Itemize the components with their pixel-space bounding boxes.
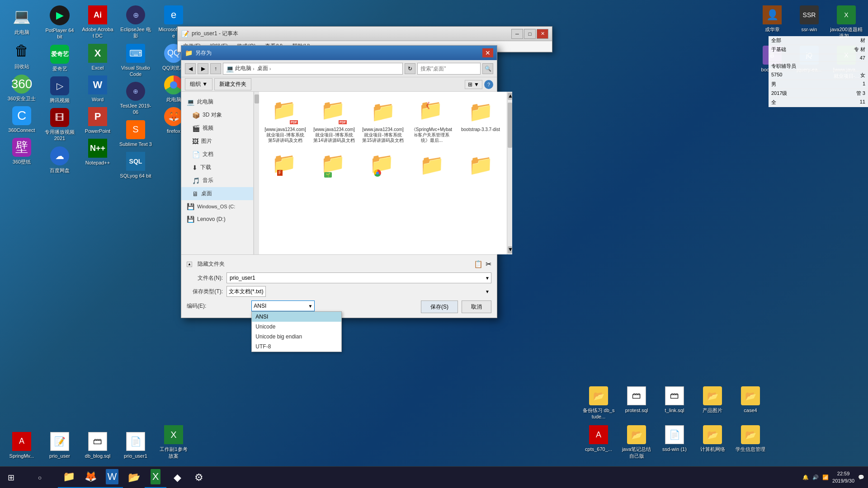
sidebar-item-3d[interactable]: 📦 3D 对象 xyxy=(181,108,253,122)
desktop-icon-cpts[interactable]: A cpts_670_... xyxy=(580,423,617,461)
file-item-10[interactable]: 📁 xyxy=(458,149,503,182)
files-scroll-down[interactable]: ▼ xyxy=(508,246,512,253)
encoding-option-unicode[interactable]: Unicode xyxy=(252,322,341,332)
files-scroll-up[interactable]: ▲ xyxy=(508,93,512,100)
files-scroll-thumb[interactable] xyxy=(508,103,512,148)
desktop-icon-protest[interactable]: 🗃 protest.sql xyxy=(618,385,655,422)
sidebar-scroll-thumb[interactable] xyxy=(255,94,259,103)
taskbar-datetime[interactable]: 22:59 2019/9/30 xyxy=(832,470,854,484)
desktop-icon-ssr[interactable]: SSR ssr-win xyxy=(791,4,827,41)
notepad-window-controls[interactable]: ─ □ ✕ xyxy=(511,29,548,39)
taskbar-notification-icon[interactable]: 🔔 xyxy=(802,474,809,480)
desktop-icon-acrobat[interactable]: Ai Adobe Acrobat DC xyxy=(80,4,116,41)
sidebar-item-downloads[interactable]: ⬇ 下载 xyxy=(181,161,253,174)
help-button[interactable]: ? xyxy=(484,80,493,89)
file-item-5[interactable]: 📁 bootstrap-3.3.7-dist xyxy=(458,95,503,145)
filetype-select[interactable]: 文本文档(*.txt) xyxy=(226,286,266,297)
encoding-option-unicode-big[interactable]: Unicode big endian xyxy=(252,332,341,342)
cancel-button[interactable]: 取消 xyxy=(462,300,491,313)
desktop-icon-backup[interactable]: 📂 备份练习 db_stude... xyxy=(580,385,617,422)
desktop-icon-ssd-win[interactable]: 📄 ssd-win (1) xyxy=(656,423,693,461)
desktop-icon-iqiyi[interactable]: 爱奇艺 爱奇艺 xyxy=(42,43,78,74)
desktop-icon-tencent-video[interactable]: ▷ 腾讯视频 xyxy=(42,75,78,105)
view-button[interactable]: ⊞ ▼ xyxy=(465,80,482,89)
sidebar-item-computer[interactable]: 💻 此电脑 xyxy=(181,95,253,108)
organize-button[interactable]: 组织 ▼ xyxy=(185,78,212,90)
desktop-icon-springmv[interactable]: A SpringMv... xyxy=(4,430,40,461)
file-item-9[interactable]: 📁 xyxy=(409,149,454,182)
taskbar-volume-icon[interactable]: 🔊 xyxy=(812,474,819,480)
file-item-2[interactable]: 📁 PDF [www.java1234.com]就业项目-博客系统第14讲讲源码… xyxy=(311,95,357,145)
taskbar-icon-excel[interactable]: X xyxy=(145,467,166,488)
files-scrollbar[interactable]: ▲ ▼ xyxy=(507,92,512,254)
file-item-3[interactable]: 📁 [www.java1234.com]就业项目-博客系统第15讲讲源码及文档 xyxy=(360,95,406,145)
filename-input[interactable] xyxy=(226,272,491,283)
breadcrumb-desktop[interactable]: 桌面 › xyxy=(257,65,271,72)
sidebar-item-desktop[interactable]: 🖥 桌面 xyxy=(181,187,253,200)
desktop-icon-prio-user[interactable]: 📝 prio_user xyxy=(42,430,78,461)
desktop-icon-java-notes[interactable]: 📂 java笔记总结 自己版 xyxy=(618,423,655,461)
desktop-icon-recycle[interactable]: 🗑 回收站 xyxy=(4,38,40,71)
taskbar-icon-explorer[interactable]: 📁 xyxy=(58,467,80,488)
desktop-icon-work-file[interactable]: X 工作副1参考 故案 xyxy=(156,423,192,461)
desktop-icon-baidu-pan[interactable]: ☁ 百度网盘 xyxy=(42,145,78,175)
hide-folder-icon[interactable]: ▲ xyxy=(187,262,192,267)
sidebar-item-video[interactable]: 🎬 视频 xyxy=(181,122,253,135)
encoding-option-utf8[interactable]: UTF-8 xyxy=(252,342,341,352)
new-folder-button[interactable]: 新建文件夹 xyxy=(214,78,251,90)
sidebar-item-windows-os[interactable]: 💾 Windows_OS (C: xyxy=(181,200,253,213)
desktop-icon-db-blog[interactable]: 🗃 db_blog.sql xyxy=(80,430,116,461)
sidebar-item-music[interactable]: 🎵 音乐 xyxy=(181,174,253,187)
taskbar-start-button[interactable]: ⊞ xyxy=(0,467,22,488)
desktop-icon-word[interactable]: W Word xyxy=(80,74,116,104)
breadcrumb-computer[interactable]: 💻 此电脑 › xyxy=(226,65,255,72)
desktop-icon-java200[interactable]: X java200道题精选加... xyxy=(828,4,864,41)
taskbar-icon-firefox[interactable]: 🦊 xyxy=(80,467,101,488)
desktop-icon-360wallpaper[interactable]: 壁 360壁纸 xyxy=(4,136,40,167)
sidebar-item-lenovo[interactable]: 💾 Lenovo (D:) xyxy=(181,213,253,225)
dialog-refresh-button[interactable]: ↻ xyxy=(405,63,415,74)
file-item-4[interactable]: 📁 《 《SpringMvc+Mybatis客户关系管理系统》最后... xyxy=(409,95,454,145)
taskbar-icon-app1[interactable]: ◆ xyxy=(166,467,188,488)
taskbar-network-icon[interactable]: 📶 xyxy=(822,474,829,480)
dialog-address-bar[interactable]: 💻 此电脑 › 桌面 › xyxy=(223,63,403,75)
file-item-7[interactable]: 📁 🌱 xyxy=(311,149,357,182)
desktop-icon-eclipse-jee[interactable]: ⊕ EclipseJee 电影 xyxy=(118,4,154,41)
taskbar-action-center[interactable]: 💬 xyxy=(858,474,864,480)
notepad-minimize-btn[interactable]: ─ xyxy=(511,29,523,39)
taskbar-icon-file[interactable]: 📂 xyxy=(123,467,145,488)
clipboard-icon[interactable]: 📋 xyxy=(474,260,483,268)
desktop-icon-products[interactable]: 📂 产品图片 xyxy=(694,385,731,422)
sidebar-scrollbar[interactable] xyxy=(254,92,259,254)
cut-icon[interactable]: ✂ xyxy=(486,260,491,268)
desktop-icon-360connect[interactable]: C 360Connect xyxy=(4,104,40,135)
desktop-icon-computer[interactable]: 💻 此电脑 xyxy=(4,4,40,37)
dialog-search-input[interactable] xyxy=(417,63,481,75)
desktop-icon-tlink[interactable]: 🗃 t_link.sql xyxy=(656,385,693,422)
file-item-1[interactable]: 📁 PDF [www.java1234.com]就业项目-博客系统第5讲讲码及文… xyxy=(263,95,308,145)
desktop-icon-vscode[interactable]: ⌨ Visual Studio Code xyxy=(118,42,154,80)
file-item-8[interactable]: 📁 xyxy=(360,149,406,182)
desktop-icon-powerpoint[interactable]: P PowerPoint xyxy=(80,105,116,136)
dialog-close-button[interactable]: ✕ xyxy=(482,48,493,57)
sidebar-item-pictures[interactable]: 🖼 图片 xyxy=(181,135,253,148)
desktop-icon-sublime[interactable]: S Sublime Text 3 xyxy=(118,118,154,149)
desktop-icon-prio-user1[interactable]: 📄 prio_user1 xyxy=(118,430,154,461)
taskbar-icon-word[interactable]: W xyxy=(101,467,123,488)
filename-dropdown-arrow[interactable]: ▼ xyxy=(485,276,490,281)
dialog-search-button[interactable]: 🔍 xyxy=(482,63,493,74)
encoding-select[interactable]: ANSI ▼ xyxy=(251,300,315,311)
hide-folder-button[interactable]: 隐藏文件夹 xyxy=(194,258,228,270)
desktop-icon-network[interactable]: 📂 计算机网络 xyxy=(694,423,731,461)
desktop-icon-student-mgr[interactable]: 📂 学生信息管理 xyxy=(732,423,769,461)
file-item-6[interactable]: 📁 F xyxy=(263,149,308,182)
desktop-icon-excel[interactable]: X Excel xyxy=(80,42,116,73)
desktop-icon-360[interactable]: 360 360安全卫士 xyxy=(4,73,40,103)
desktop-icon-testjee[interactable]: ⊕ TestJee 2019-06 xyxy=(118,80,154,117)
desktop-icon-sqlyog[interactable]: SQL SQLyog 64 bit xyxy=(118,150,154,181)
encoding-option-ansi[interactable]: ANSI xyxy=(252,312,341,322)
save-button[interactable]: 保存(S) xyxy=(421,300,458,313)
taskbar-search-icon[interactable]: ○ xyxy=(22,467,58,488)
sidebar-item-documents[interactable]: 📄 文档 xyxy=(181,148,253,161)
notepad-close-btn[interactable]: ✕ xyxy=(537,29,548,39)
